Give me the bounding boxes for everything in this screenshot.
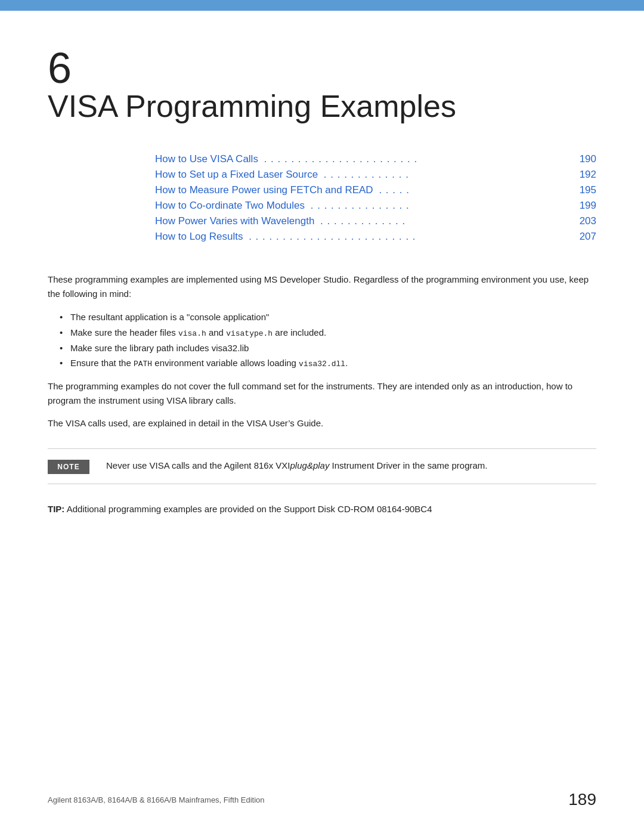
note-label: NOTE — [48, 460, 89, 474]
footer-page: 189 — [568, 790, 596, 809]
header-bar — [0, 0, 644, 11]
toc-dots-1: . . . . . . . . . . . . . . . . . . . . … — [261, 153, 577, 165]
toc-page-4: 199 — [580, 200, 596, 212]
toc-link-4[interactable]: How to Co-ordinate Two Modules — [155, 200, 305, 212]
toc-page-5: 203 — [580, 215, 596, 227]
toc-dots-6: . . . . . . . . . . . . . . . . . . . . … — [245, 231, 577, 243]
toc-dots-3: . . . . . — [376, 184, 577, 196]
description-section: These programming examples are implement… — [48, 272, 596, 431]
code-path: PATH — [134, 360, 152, 368]
intro-paragraph: These programming examples are implement… — [48, 272, 596, 301]
toc-link-6[interactable]: How to Log Results — [155, 231, 243, 243]
chapter-title: VISA Programming Examples — [48, 89, 596, 123]
bullet-list: The resultant application is a "console … — [60, 309, 596, 371]
toc-item-6[interactable]: How to Log Results . . . . . . . . . . .… — [155, 231, 596, 243]
toc-page-6: 207 — [580, 231, 596, 243]
para3: The VISA calls used, are explained in de… — [48, 416, 596, 431]
toc-page-2: 192 — [580, 169, 596, 181]
toc-dots-4: . . . . . . . . . . . . . . . — [307, 200, 577, 212]
code-visa-h: visa.h — [178, 329, 206, 338]
toc-item-1[interactable]: How to Use VISA Calls . . . . . . . . . … — [155, 153, 596, 165]
code-visa32dll: visa32.dll — [299, 360, 345, 368]
toc-link-2[interactable]: How to Set up a Fixed Laser Source — [155, 169, 318, 181]
bullet-item-2: Make sure the header files visa.h and vi… — [60, 325, 596, 340]
tip-body: Additional programming examples are prov… — [67, 504, 432, 514]
toc-item-3[interactable]: How to Measure Power using FETCh and REA… — [155, 184, 596, 196]
toc-link-3[interactable]: How to Measure Power using FETCh and REA… — [155, 184, 373, 196]
tip-section: TIP: Additional programming examples are… — [48, 502, 596, 516]
bullet-item-3: Make sure the library path includes visa… — [60, 340, 596, 356]
toc-page-3: 195 — [580, 184, 596, 196]
tip-label: TIP: — [48, 504, 64, 514]
toc-page-1: 190 — [580, 153, 596, 165]
toc-item-2[interactable]: How to Set up a Fixed Laser Source . . .… — [155, 169, 596, 181]
chapter-number: 6 — [48, 47, 596, 89]
toc-section: How to Use VISA Calls . . . . . . . . . … — [155, 153, 596, 243]
bullet-item-4: Ensure that the PATH environment variabl… — [60, 355, 596, 371]
note-box: NOTE Never use VISA calls and the Agilen… — [48, 448, 596, 484]
note-italic: plug&play — [290, 460, 330, 470]
para2: The programming examples do not cover th… — [48, 379, 596, 408]
code-visatype-h: visatype.h — [226, 329, 273, 338]
toc-dots-5: . . . . . . . . . . . . . — [317, 215, 577, 227]
note-text: Never use VISA calls and the Agilent 816… — [106, 459, 488, 473]
footer-left: Agilent 8163A/B, 8164A/B & 8166A/B Mainf… — [48, 795, 265, 804]
toc-link-5[interactable]: How Power Varies with Wavelength — [155, 215, 314, 227]
bullet-item-1: The resultant application is a "console … — [60, 309, 596, 325]
toc-link-1[interactable]: How to Use VISA Calls — [155, 153, 258, 165]
toc-dots-2: . . . . . . . . . . . . . — [320, 169, 577, 181]
tip-text: TIP: Additional programming examples are… — [48, 502, 596, 516]
toc-item-5[interactable]: How Power Varies with Wavelength . . . .… — [155, 215, 596, 227]
footer: Agilent 8163A/B, 8164A/B & 8166A/B Mainf… — [48, 790, 596, 809]
toc-item-4[interactable]: How to Co-ordinate Two Modules . . . . .… — [155, 200, 596, 212]
